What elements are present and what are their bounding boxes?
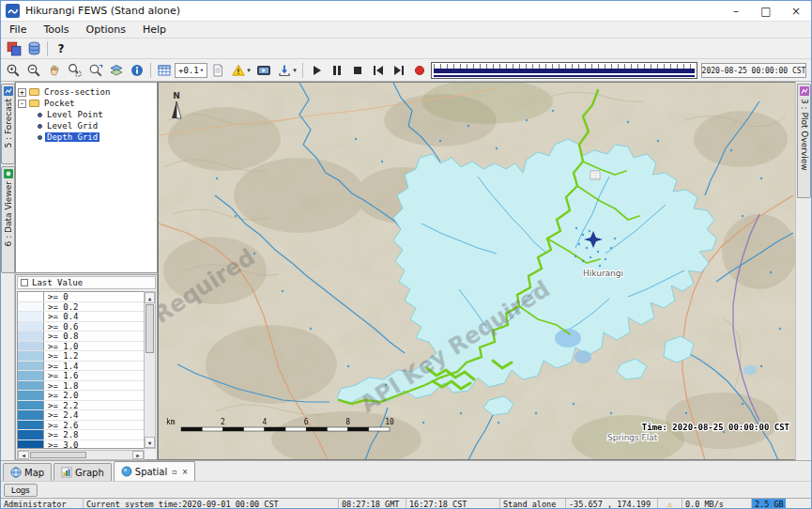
skip-end-icon — [391, 63, 406, 78]
tree-item-cross-section[interactable]: + Cross-section — [18, 86, 155, 98]
report-button[interactable] — [207, 61, 228, 80]
document-icon — [210, 63, 225, 78]
menu-options[interactable]: Options — [78, 23, 134, 37]
pause-button[interactable] — [327, 61, 347, 80]
skip-to-start-button[interactable] — [368, 61, 389, 80]
plot-overview-tab-icon — [800, 86, 809, 96]
menu-file[interactable]: File — [1, 23, 35, 37]
legend-vertical-scrollbar[interactable]: ▲ ▼ — [144, 291, 156, 449]
legend-row[interactable]: >= 2.6 — [18, 421, 144, 431]
legend-title: Last Value — [32, 278, 83, 287]
scroll-left-icon[interactable]: ◀ — [18, 451, 29, 459]
legend-row[interactable]: >= 1.0 — [18, 342, 144, 352]
status-memory-usage: 2.5 GB — [752, 499, 812, 509]
scroll-right-icon[interactable]: ▶ — [132, 451, 144, 459]
tab-forecast[interactable]: 5 : Forecast — [1, 84, 15, 164]
download-icon — [277, 63, 292, 78]
info-button[interactable] — [127, 61, 147, 80]
legend-row[interactable]: >= 1.4 — [18, 362, 144, 372]
status-warning-icon[interactable]: ⚠ — [658, 499, 682, 509]
stop-button[interactable] — [347, 61, 368, 80]
status-download-speed: 0.0 MB/s — [682, 499, 752, 509]
threshold-warning-button[interactable]: ▾ — [228, 61, 253, 80]
play-button[interactable] — [306, 61, 327, 80]
tree-item-depth-grid[interactable]: Depth Grid — [18, 131, 155, 143]
last-value-checkbox[interactable] — [21, 279, 28, 286]
tab-close-icon[interactable]: × — [182, 468, 189, 476]
tab-spatial[interactable]: Spatial ▫ × — [114, 461, 196, 481]
minimize-button[interactable]: – — [721, 1, 751, 21]
scroll-up-icon[interactable]: ▲ — [145, 292, 155, 303]
toolbar-separator — [150, 63, 151, 78]
record-icon — [412, 63, 427, 78]
maximize-button[interactable]: □ — [751, 1, 781, 21]
legend-row[interactable]: >= 0.6 — [18, 322, 144, 332]
legend-row[interactable]: >= 2.8 — [18, 430, 144, 440]
time-slider[interactable] — [431, 62, 697, 79]
legend-swatch — [18, 332, 44, 341]
explorer-button[interactable] — [3, 39, 23, 58]
folder-open-icon — [29, 100, 39, 107]
map-time-label: Time: 2020-08-25 00:00:00 CST — [642, 423, 790, 432]
legend-swatch — [18, 312, 44, 321]
tree-item-level-point[interactable]: Level Point — [18, 109, 155, 120]
zoom-box-button[interactable] — [65, 61, 85, 80]
expand-toggle-icon[interactable]: + — [18, 88, 26, 97]
legend-swatch — [18, 302, 44, 312]
data-tree-panel: + Cross-section - Pocket Level Point Lev… — [15, 82, 158, 273]
map-panel[interactable]: API Key Required API Key Required Hikura… — [158, 82, 797, 460]
tree-item-level-grid[interactable]: Level Grid — [18, 120, 155, 131]
animation-display-button[interactable] — [253, 61, 274, 80]
legend-swatch — [18, 430, 44, 440]
legend-row[interactable]: >= 0.8 — [18, 332, 144, 342]
legend-row[interactable]: >= 1.2 — [18, 351, 144, 362]
tab-map[interactable]: Map — [3, 463, 52, 481]
table-view-button[interactable] — [154, 61, 175, 80]
scrollbar-thumb[interactable] — [146, 304, 154, 353]
layers-button[interactable] — [106, 61, 127, 80]
legend-row[interactable]: >= 2.2 — [18, 401, 144, 411]
tab-plot-overview-label: 3 : Plot Overview — [800, 99, 809, 171]
tab-graph[interactable]: Graph — [54, 463, 112, 481]
zoom-in-button[interactable] — [3, 61, 23, 80]
menu-tools[interactable]: Tools — [35, 23, 77, 37]
collapse-toggle-icon[interactable]: - — [18, 100, 26, 108]
window-title: Hikurangi FEWS (Stand alone) — [25, 5, 180, 17]
tree-item-pocket[interactable]: - Pocket — [18, 98, 155, 109]
interval-selector[interactable]: +0.1 ▾ — [175, 63, 207, 78]
menu-help[interactable]: Help — [134, 23, 175, 37]
close-button[interactable]: × — [781, 1, 811, 21]
tab-plot-overview[interactable]: 3 : Plot Overview — [797, 84, 811, 198]
skip-to-end-button[interactable] — [389, 61, 409, 80]
legend-row[interactable]: >= 1.6 — [18, 371, 144, 381]
scrollbar-thumb[interactable] — [30, 452, 86, 458]
status-gmt-time: 08:27:18 GMT — [339, 499, 406, 509]
tab-float-icon[interactable]: ▫ — [172, 468, 176, 476]
legend-row[interactable]: >= 0.2 — [18, 302, 144, 313]
legend-swatch — [18, 440, 44, 450]
legend-list: >= 0 >= 0.2 >= 0.4 >= 0.6 >= 0.8 >= 1.0 … — [17, 291, 145, 449]
info-icon — [130, 63, 145, 78]
tab-data-viewer[interactable]: 6 : Data Viewer — [1, 166, 15, 273]
legend-row[interactable]: >= 0.4 — [18, 312, 144, 322]
legend-swatch — [18, 351, 44, 361]
logs-row: Logs — [1, 481, 811, 498]
export-button[interactable]: ▾ — [274, 61, 299, 80]
database-button[interactable] — [23, 39, 44, 58]
legend-row[interactable]: >= 2.0 — [18, 391, 144, 401]
title-bar: Hikurangi FEWS (Stand alone) – □ × — [1, 1, 811, 22]
pan-button[interactable] — [44, 61, 65, 80]
legend-horizontal-scrollbar[interactable]: ◀ ▶ — [17, 450, 145, 460]
legend-row[interactable]: >= 1.8 — [18, 381, 144, 392]
map-canvas[interactable]: API Key Required API Key Required Hikura… — [159, 83, 797, 460]
zoom-previous-button[interactable] — [85, 61, 106, 80]
help-button[interactable]: ? — [51, 39, 71, 58]
zoom-out-button[interactable] — [23, 61, 44, 80]
legend-row[interactable]: >= 3.0 — [18, 440, 144, 450]
logs-button[interactable]: Logs — [4, 484, 38, 497]
town-label: Hikurangi — [583, 269, 623, 278]
scroll-down-icon[interactable]: ▼ — [145, 437, 155, 448]
legend-row[interactable]: >= 0 — [18, 292, 144, 302]
legend-row[interactable]: >= 2.4 — [18, 410, 144, 421]
record-button[interactable] — [409, 61, 430, 80]
